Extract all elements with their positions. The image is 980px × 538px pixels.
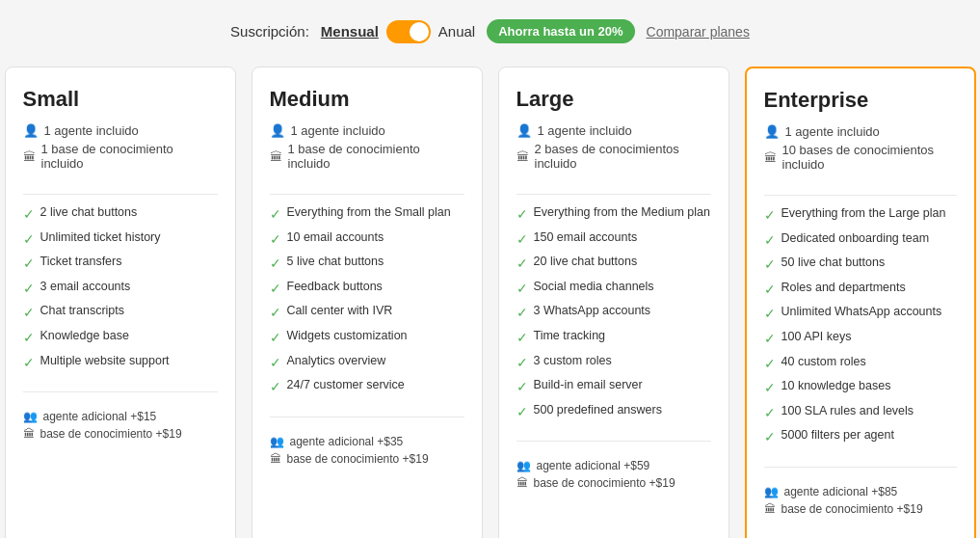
plan-title: Enterprise bbox=[764, 88, 957, 113]
check-icon: ✓ bbox=[516, 378, 528, 397]
agents-meta: 👤 1 agente incluido bbox=[270, 123, 464, 138]
feature-text: Multiple website support bbox=[40, 353, 170, 370]
feature-item: ✓ 100 API keys bbox=[764, 329, 957, 349]
feature-text: Everything from the Large plan bbox=[781, 205, 946, 223]
feature-item: ✓ Unlimited WhatsApp accounts bbox=[764, 304, 957, 324]
check-icon: ✓ bbox=[23, 255, 35, 274]
check-icon: ✓ bbox=[270, 205, 281, 225]
agents-meta: 👤 1 agente incluido bbox=[516, 123, 711, 138]
plan-card-medium: Medium 👤 1 agente incluido 🏛 1 base de c… bbox=[252, 67, 483, 538]
kb-included: 10 bases de conocimientos incluido bbox=[782, 143, 957, 172]
kb-included: 1 base de conocimiento incluido bbox=[288, 142, 464, 171]
check-icon: ✓ bbox=[270, 304, 281, 323]
feature-text: Time tracking bbox=[534, 328, 606, 345]
addon-section: 👥 agente adicional +$15 🏛 base de conoci… bbox=[23, 410, 218, 441]
plan-meta: 👤 1 agente incluido 🏛 1 base de conocimi… bbox=[23, 123, 218, 171]
feature-item: ✓ Roles and departments bbox=[764, 280, 957, 300]
feature-item: ✓ 3 email accounts bbox=[23, 279, 218, 299]
save-badge: Ahorra hasta un 20% bbox=[487, 19, 634, 43]
feature-item: ✓ Multiple website support bbox=[23, 353, 218, 373]
addon-agent-icon: 👥 bbox=[764, 485, 779, 498]
addon-kb: 🏛 base de conocimiento +$19 bbox=[270, 452, 464, 466]
check-icon: ✓ bbox=[516, 255, 528, 274]
addon-kb-icon: 🏛 bbox=[270, 452, 281, 466]
person-icon: 👤 bbox=[516, 123, 532, 138]
feature-text: Feedback buttons bbox=[287, 279, 383, 296]
feature-item: ✓ Build-in email server bbox=[516, 377, 711, 397]
check-icon: ✓ bbox=[764, 206, 776, 226]
addon-kb-icon: 🏛 bbox=[764, 502, 776, 516]
agents-included: 1 agente incluido bbox=[785, 124, 880, 139]
addon-section: 👥 agente adicional +$59 🏛 base de conoci… bbox=[516, 459, 711, 490]
features-list: ✓ Everything from the Large plan ✓ Dedic… bbox=[764, 205, 957, 447]
agents-meta: 👤 1 agente incluido bbox=[23, 123, 218, 138]
addon-agent: 👥 agente adicional +$35 bbox=[270, 435, 464, 448]
divider-mid bbox=[764, 467, 957, 468]
plans-grid: Small 👤 1 agente incluido 🏛 1 base de co… bbox=[5, 67, 976, 538]
features-list: ✓ Everything from the Medium plan ✓ 150 … bbox=[516, 204, 711, 421]
addon-kb: 🏛 base de conocimiento +$19 bbox=[23, 427, 218, 441]
feature-item: ✓ Ticket transfers bbox=[23, 254, 218, 274]
feature-text: 10 knowledge bases bbox=[781, 378, 891, 395]
feature-text: Everything from the Small plan bbox=[287, 204, 451, 222]
plan-title: Medium bbox=[270, 87, 464, 112]
kb-meta: 🏛 2 bases de conocimientos incluido bbox=[516, 142, 711, 171]
feature-text: 500 predefined answers bbox=[534, 402, 662, 419]
plan-meta: 👤 1 agente incluido 🏛 10 bases de conoci… bbox=[764, 124, 957, 172]
divider-top bbox=[23, 194, 218, 195]
feature-text: 100 API keys bbox=[781, 329, 852, 346]
feature-text: 100 SLA rules and levels bbox=[781, 403, 914, 420]
addon-agent-label: agente adicional +$35 bbox=[290, 435, 404, 448]
feature-item: ✓ Chat transcripts bbox=[23, 303, 218, 323]
addon-agent-icon: 👥 bbox=[516, 459, 531, 472]
feature-text: 2 live chat buttons bbox=[40, 204, 138, 222]
feature-item: ✓ 10 knowledge bases bbox=[764, 378, 957, 398]
person-icon: 👤 bbox=[23, 123, 39, 138]
divider-top bbox=[516, 194, 711, 195]
billing-toggle[interactable] bbox=[386, 20, 431, 43]
check-icon: ✓ bbox=[23, 280, 35, 299]
check-icon: ✓ bbox=[270, 230, 281, 250]
plan-title: Small bbox=[23, 87, 218, 112]
feature-item: ✓ Dedicated onboarding team bbox=[764, 230, 957, 251]
feature-item: ✓ 100 SLA rules and levels bbox=[764, 403, 957, 423]
feature-text: 3 WhatsApp accounts bbox=[534, 303, 651, 320]
feature-item: ✓ 500 predefined answers bbox=[516, 402, 711, 422]
feature-text: 40 custom roles bbox=[781, 354, 866, 371]
building-icon: 🏛 bbox=[764, 150, 777, 165]
feature-item: ✓ 150 email accounts bbox=[516, 229, 711, 250]
feature-item: ✓ Call center with IVR bbox=[270, 303, 464, 323]
feature-item: ✓ 5 live chat buttons bbox=[270, 254, 464, 274]
divider-mid bbox=[270, 417, 464, 417]
annual-option[interactable]: Anual bbox=[438, 23, 475, 40]
check-icon: ✓ bbox=[270, 280, 281, 299]
feature-item: ✓ Everything from the Large plan bbox=[764, 205, 957, 226]
person-icon: 👤 bbox=[270, 123, 285, 138]
addon-agent-label: agente adicional +$15 bbox=[43, 410, 157, 423]
addon-kb: 🏛 base de conocimiento +$19 bbox=[516, 476, 711, 490]
feature-text: 3 email accounts bbox=[40, 279, 131, 296]
addon-agent: 👥 agente adicional +$85 bbox=[764, 485, 957, 498]
monthly-option[interactable]: Mensual bbox=[321, 23, 379, 40]
check-icon: ✓ bbox=[23, 304, 35, 323]
toggle-knob bbox=[410, 22, 429, 41]
feature-text: 5000 filters per agent bbox=[781, 427, 894, 444]
divider-mid bbox=[23, 391, 218, 392]
feature-text: 10 email accounts bbox=[287, 229, 384, 247]
feature-text: Everything from the Medium plan bbox=[534, 204, 710, 222]
divider-top bbox=[764, 195, 957, 196]
feature-text: 50 live chat buttons bbox=[781, 255, 886, 272]
plan-card-enterprise: Enterprise 👤 1 agente incluido 🏛 10 base… bbox=[745, 67, 976, 538]
check-icon: ✓ bbox=[764, 379, 776, 398]
feature-item: ✓ 3 custom roles bbox=[516, 353, 711, 373]
check-icon: ✓ bbox=[23, 230, 35, 250]
addon-kb-label: base de conocimiento +$19 bbox=[534, 476, 675, 490]
kb-meta: 🏛 1 base de conocimiento incluido bbox=[270, 142, 464, 171]
compare-plans-link[interactable]: Comparar planes bbox=[647, 24, 750, 40]
building-icon: 🏛 bbox=[23, 149, 36, 164]
feature-item: ✓ Analytics overview bbox=[270, 353, 464, 373]
feature-text: 150 email accounts bbox=[534, 229, 638, 247]
addon-kb-icon: 🏛 bbox=[516, 476, 528, 490]
addon-kb-label: base de conocimiento +$19 bbox=[781, 502, 923, 516]
feature-item: ✓ Everything from the Small plan bbox=[270, 204, 464, 225]
